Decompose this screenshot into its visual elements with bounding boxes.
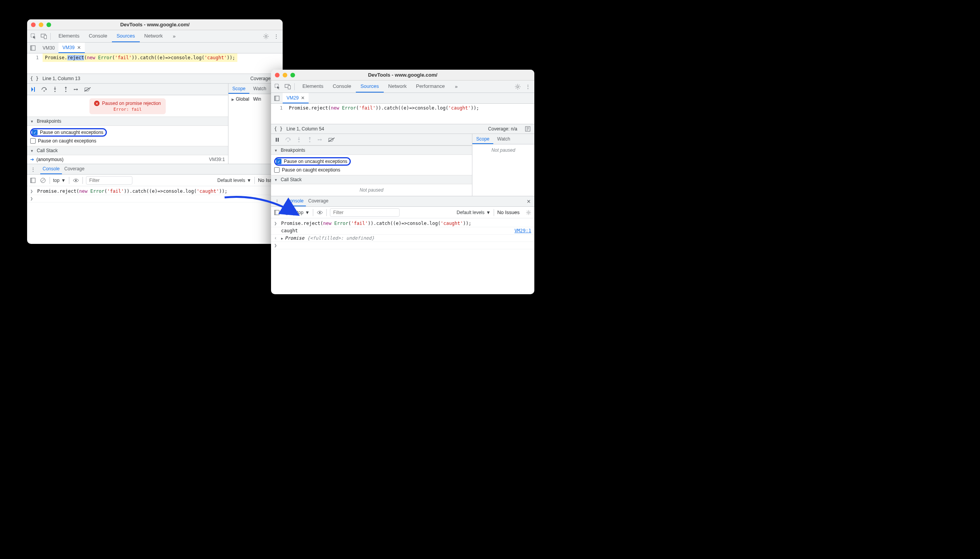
code-line[interactable]: Promise.reject(new Error('fail')).catch(… bbox=[287, 104, 481, 112]
file-tab[interactable]: VM39✕ bbox=[58, 43, 84, 53]
scope-tab-scope[interactable]: Scope bbox=[472, 134, 493, 144]
callstack-frame[interactable]: ➔(anonymous) VM39:1 bbox=[27, 155, 228, 164]
inspect-element-icon[interactable] bbox=[274, 83, 281, 90]
show-console-sidebar-icon[interactable] bbox=[273, 209, 280, 216]
deactivate-breakpoints-icon[interactable] bbox=[328, 136, 335, 144]
more-panels-button[interactable]: » bbox=[170, 33, 178, 39]
pause-caught-label: Pause on caught exceptions bbox=[282, 167, 340, 173]
show-console-sidebar-icon[interactable] bbox=[29, 177, 36, 184]
deactivate-breakpoints-icon[interactable] bbox=[84, 86, 91, 93]
step-out-icon[interactable] bbox=[62, 86, 70, 93]
step-over-icon[interactable] bbox=[40, 86, 48, 93]
svg-rect-25 bbox=[278, 138, 279, 142]
scope-tab-scope[interactable]: Scope bbox=[228, 84, 249, 94]
minimize-window-button[interactable] bbox=[39, 22, 43, 27]
console-source-link[interactable]: VM29:1 bbox=[515, 228, 531, 233]
show-navigator-icon[interactable] bbox=[29, 45, 36, 51]
panel-tab-elements[interactable]: Elements bbox=[54, 30, 84, 42]
close-file-tab-icon[interactable]: ✕ bbox=[301, 95, 305, 101]
code-line[interactable]: Promise.reject(new Error('fail')).catch(… bbox=[43, 53, 237, 62]
panel-tab-sources[interactable]: Sources bbox=[112, 30, 140, 42]
file-tab[interactable]: VM30 bbox=[39, 43, 58, 53]
close-window-button[interactable] bbox=[275, 73, 280, 77]
step-icon[interactable] bbox=[73, 86, 81, 93]
more-options-icon[interactable] bbox=[524, 83, 531, 90]
console-settings-gear-icon[interactable] bbox=[525, 209, 532, 216]
context-selector[interactable]: top ▼ bbox=[297, 210, 310, 215]
more-panels-button[interactable]: » bbox=[453, 84, 460, 89]
drawer-more-icon[interactable] bbox=[29, 166, 36, 173]
clear-console-icon[interactable] bbox=[39, 177, 46, 184]
breakpoints-header[interactable]: Breakpoints bbox=[27, 117, 228, 126]
drawer-tab-console[interactable]: Console bbox=[284, 196, 306, 206]
settings-gear-icon[interactable] bbox=[263, 33, 269, 40]
code-editor[interactable]: 1 Promise.reject(new Error('fail')).catc… bbox=[27, 53, 283, 62]
close-drawer-icon[interactable]: ✕ bbox=[525, 198, 532, 205]
more-options-icon[interactable] bbox=[273, 33, 280, 40]
panel-tab-performance[interactable]: Performance bbox=[411, 81, 449, 93]
pause-icon[interactable] bbox=[273, 136, 281, 144]
step-into-icon[interactable] bbox=[51, 86, 59, 93]
scope-tab-watch[interactable]: Watch bbox=[493, 134, 514, 144]
svg-point-27 bbox=[299, 141, 300, 142]
pause-banner: ✕ Paused on promise rejection Error: fai… bbox=[89, 98, 165, 114]
device-toolbar-icon[interactable] bbox=[284, 83, 291, 90]
log-levels-selector[interactable]: Default levels ▼ bbox=[457, 210, 491, 215]
inspect-element-icon[interactable] bbox=[30, 33, 37, 40]
clear-console-icon[interactable] bbox=[283, 209, 290, 216]
file-tab[interactable]: VM29✕ bbox=[283, 93, 309, 103]
close-window-button[interactable] bbox=[31, 22, 36, 27]
console-prompt[interactable]: ❯ bbox=[271, 242, 534, 249]
context-selector[interactable]: top ▼ bbox=[53, 178, 66, 183]
pause-caught-checkbox[interactable] bbox=[30, 138, 36, 144]
svg-line-34 bbox=[285, 211, 288, 214]
console-prompt[interactable]: ❯ bbox=[27, 195, 283, 202]
drawer-more-icon[interactable] bbox=[273, 198, 280, 205]
settings-gear-icon[interactable] bbox=[514, 83, 521, 90]
breakpoints-header[interactable]: Breakpoints bbox=[271, 146, 472, 155]
code-editor[interactable]: 1 Promise.reject(new Error('fail')).catc… bbox=[271, 104, 534, 112]
zoom-window-button[interactable] bbox=[46, 22, 51, 27]
panel-tab-console[interactable]: Console bbox=[84, 30, 112, 42]
zoom-window-button[interactable] bbox=[290, 73, 295, 77]
console-filter-input[interactable] bbox=[330, 208, 400, 217]
pause-detail: Error: fail bbox=[94, 107, 161, 112]
drawer-tab-coverage[interactable]: Coverage bbox=[306, 196, 331, 206]
panel-tab-sources[interactable]: Sources bbox=[356, 81, 384, 93]
console-filter-input[interactable] bbox=[86, 176, 132, 185]
svg-point-20 bbox=[517, 86, 519, 87]
scope-tab-watch[interactable]: Watch bbox=[249, 84, 270, 94]
pause-uncaught-checkbox[interactable]: ✓ bbox=[276, 159, 281, 164]
panel-tab-network[interactable]: Network bbox=[140, 30, 168, 42]
device-toolbar-icon[interactable] bbox=[40, 33, 47, 40]
log-levels-selector[interactable]: Default levels ▼ bbox=[217, 178, 251, 183]
console-row[interactable]: caughtVM29:1 bbox=[271, 227, 534, 235]
pretty-print-icon[interactable]: { } bbox=[30, 76, 39, 81]
drawer-tab-coverage[interactable]: Coverage bbox=[62, 164, 87, 174]
console-row[interactable]: ❯Promise.reject(new Error('fail')).catch… bbox=[27, 188, 283, 195]
panel-tab-elements[interactable]: Elements bbox=[298, 81, 328, 93]
minimize-window-button[interactable] bbox=[283, 73, 287, 77]
panel-tab-network[interactable]: Network bbox=[384, 81, 412, 93]
pause-caught-checkbox[interactable] bbox=[274, 167, 280, 173]
console-output[interactable]: ❯Promise.reject(new Error('fail')).catch… bbox=[27, 186, 283, 204]
live-expression-icon[interactable] bbox=[316, 209, 323, 216]
issues-label[interactable]: No Issues bbox=[497, 209, 520, 215]
live-expression-icon[interactable] bbox=[72, 177, 79, 184]
show-navigator-icon[interactable] bbox=[273, 95, 280, 102]
callstack-header[interactable]: Call Stack bbox=[27, 146, 228, 155]
console-row[interactable]: ‹Promise {<fulfilled>: undefined} bbox=[271, 235, 534, 242]
callstack-header[interactable]: Call Stack bbox=[271, 175, 472, 184]
resume-icon[interactable] bbox=[29, 86, 37, 93]
source-map-icon[interactable] bbox=[524, 125, 531, 132]
console-row[interactable]: ❯Promise.reject(new Error('fail')).catch… bbox=[271, 220, 534, 227]
panel-tab-console[interactable]: Console bbox=[328, 81, 356, 93]
editor-status-bar: { } Line 1, Column 13 Coverage: n/a bbox=[27, 74, 283, 84]
svg-rect-24 bbox=[276, 138, 277, 142]
drawer-tab-console[interactable]: Console bbox=[40, 164, 62, 174]
pretty-print-icon[interactable]: { } bbox=[274, 126, 283, 132]
console-output[interactable]: ❯Promise.reject(new Error('fail')).catch… bbox=[271, 218, 534, 251]
pause-uncaught-checkbox[interactable]: ✓ bbox=[32, 130, 38, 135]
close-file-tab-icon[interactable]: ✕ bbox=[77, 45, 81, 50]
main-toolbar: ElementsConsoleSourcesNetworkPerformance… bbox=[271, 81, 534, 93]
